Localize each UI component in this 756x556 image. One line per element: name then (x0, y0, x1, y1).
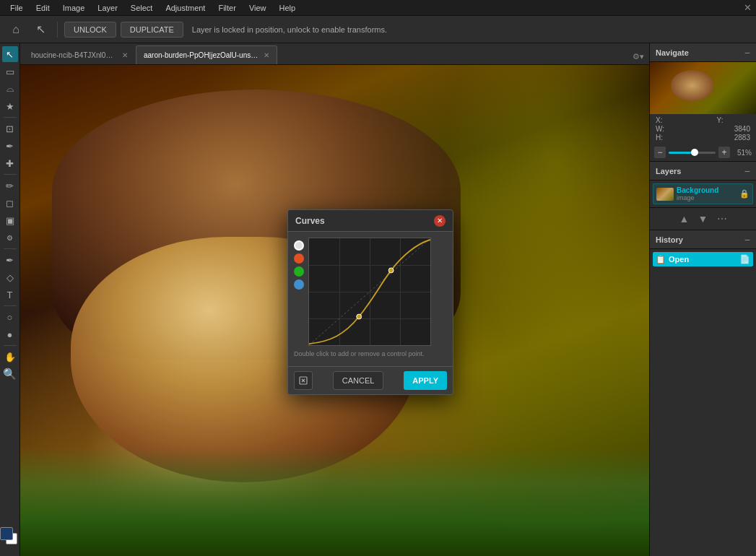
tab-2[interactable]: aaron-burden-PpOH|jezOalU-unsplash.jpg ✕ (136, 45, 277, 64)
menu-file[interactable]: File (4, 2, 29, 14)
tool-separator-3 (4, 248, 17, 249)
tab-1[interactable]: houcine-ncib-B4TJXnl0Y2c-uns... ✕ (23, 45, 136, 64)
channel-white-button[interactable] (294, 240, 304, 251)
channel-red-button[interactable] (294, 253, 304, 264)
navigate-header: Navigate − (650, 43, 756, 62)
w-label: W: (656, 125, 664, 133)
dialog-close-button[interactable]: ✕ (434, 215, 446, 227)
pen-tool[interactable]: ✒ (2, 252, 18, 268)
layer-more-button[interactable]: ⋯ (714, 211, 730, 227)
coord-x-row: X: Y: (656, 116, 750, 124)
channel-green-button[interactable] (294, 266, 304, 277)
tool-separator-1 (4, 117, 17, 118)
layer-lock-icon: 🔒 (739, 189, 750, 199)
zoom-tool[interactable]: 🔍 (2, 366, 18, 382)
heal-tool[interactable]: ✚ (2, 155, 18, 171)
navigate-section: Navigate − X: Y: W: 3840 H: (650, 43, 756, 162)
layer-info: Background image (677, 186, 737, 201)
tab-1-label: houcine-ncib-B4TJXnl0Y2c-uns... (31, 51, 118, 59)
menu-select[interactable]: Select (125, 2, 159, 14)
svg-line-0 (309, 238, 430, 345)
foreground-color[interactable] (0, 527, 13, 540)
history-item-file-icon: 📄 (739, 254, 750, 264)
duplicate-button[interactable]: DUPLICATE (121, 22, 183, 38)
history-title: History (656, 235, 683, 244)
tab-2-close[interactable]: ✕ (264, 51, 269, 59)
layers-collapse-button[interactable]: − (744, 165, 750, 177)
tool-separator-5 (4, 345, 17, 346)
color-swatches[interactable] (0, 527, 20, 547)
zoom-in-button[interactable]: + (718, 147, 730, 158)
window-close-icon[interactable]: ✕ (744, 2, 752, 13)
tools-panel: ↖ ▭ ⌓ ★ ⊡ ✒ ✚ ✏ ◻ ▣ ⚙ ✒ ◇ T ○ ● ✋ 🔍 (0, 43, 20, 556)
move-tool[interactable]: ↖ (2, 46, 18, 62)
history-item-label: Open (669, 255, 689, 264)
dialog-footer: CANCEL APPLY (288, 366, 453, 394)
unlock-button[interactable]: UNLOCK (64, 22, 116, 38)
thumbnail-acorn (671, 70, 713, 101)
blob-brush-tool[interactable]: ⚙ (2, 230, 18, 246)
menu-layer[interactable]: Layer (92, 2, 123, 14)
navigate-title: Navigate (656, 48, 689, 57)
curves-reset-button[interactable] (294, 371, 313, 390)
h-label: H: (656, 134, 663, 142)
tab-options-button[interactable]: ⚙▾ (630, 48, 646, 64)
hand-tool[interactable]: ✋ (2, 349, 18, 365)
history-collapse-button[interactable]: − (744, 234, 750, 246)
y-label: Y: (717, 116, 724, 124)
curves-channels (294, 238, 304, 346)
nav-coords: X: Y: W: 3840 H: 2883 (650, 114, 756, 144)
zoom-out-button[interactable]: − (654, 147, 666, 158)
marquee-tool[interactable]: ▭ (2, 64, 18, 79)
canvas-wrapper: Curves ✕ (20, 65, 649, 556)
history-list: 📋 Open 📄 (650, 249, 756, 556)
zoom-slider[interactable] (669, 152, 716, 154)
crop-tool[interactable]: ⊡ (2, 121, 18, 136)
reset-icon (298, 375, 308, 386)
layer-type: image (677, 194, 737, 201)
layers-section: Layers − Background image 🔒 ▲ ▼ (650, 162, 756, 230)
layer-background[interactable]: Background image 🔒 (653, 183, 753, 204)
dodge-tool[interactable]: ○ (2, 309, 18, 325)
zoom-percent: 51% (733, 149, 752, 157)
zoom-thumb[interactable] (691, 149, 698, 156)
eyedropper-tool[interactable]: ✒ (2, 138, 18, 154)
toolbar: ⌂ ↖ UNLOCK DUPLICATE Layer is locked in … (0, 16, 756, 43)
dialog-hint: Double click to add or remove a control … (294, 350, 447, 357)
tool-separator-2 (4, 174, 17, 175)
navigate-collapse-button[interactable]: − (744, 47, 750, 58)
layer-down-button[interactable]: ▼ (695, 211, 711, 227)
layer-up-button[interactable]: ▲ (677, 211, 692, 227)
brush-tool[interactable]: ✏ (2, 178, 18, 194)
toolbar-message: Layer is locked in position, unlock to e… (192, 25, 387, 34)
navigate-thumbnail[interactable] (650, 62, 756, 114)
cursor-tool-button[interactable]: ↖ (30, 19, 51, 40)
channel-blue-button[interactable] (294, 279, 304, 290)
history-item-open[interactable]: 📋 Open 📄 (653, 252, 753, 266)
svg-point-1 (357, 314, 362, 319)
history-item-icon: 📋 (656, 255, 666, 264)
menu-image[interactable]: Image (57, 2, 91, 14)
eraser-tool[interactable]: ◻ (2, 195, 18, 211)
lasso-tool[interactable]: ⌓ (2, 81, 18, 97)
coord-w-row: W: 3840 (656, 125, 750, 133)
burn-tool[interactable]: ● (2, 326, 18, 342)
history-header: History − (650, 230, 756, 249)
shape-tool[interactable]: ◇ (2, 269, 18, 285)
menu-edit[interactable]: Edit (30, 2, 56, 14)
curves-graph[interactable] (308, 238, 431, 346)
gradient-tool[interactable]: ▣ (2, 212, 18, 228)
menu-bar: File Edit Image Layer Select Adjustment … (0, 0, 756, 16)
home-button[interactable]: ⌂ (6, 19, 26, 40)
apply-button[interactable]: APPLY (404, 371, 447, 390)
layer-name: Background (677, 186, 737, 194)
dialog-title: Curves (295, 216, 325, 226)
wand-tool[interactable]: ★ (2, 98, 18, 114)
tab-1-close[interactable]: ✕ (122, 51, 128, 59)
text-tool[interactable]: T (2, 287, 18, 303)
menu-filter[interactable]: Filter (212, 2, 241, 14)
menu-help[interactable]: Help (274, 2, 302, 14)
menu-view[interactable]: View (243, 2, 272, 14)
menu-adjustment[interactable]: Adjustment (160, 2, 211, 14)
cancel-button[interactable]: CANCEL (333, 371, 384, 390)
